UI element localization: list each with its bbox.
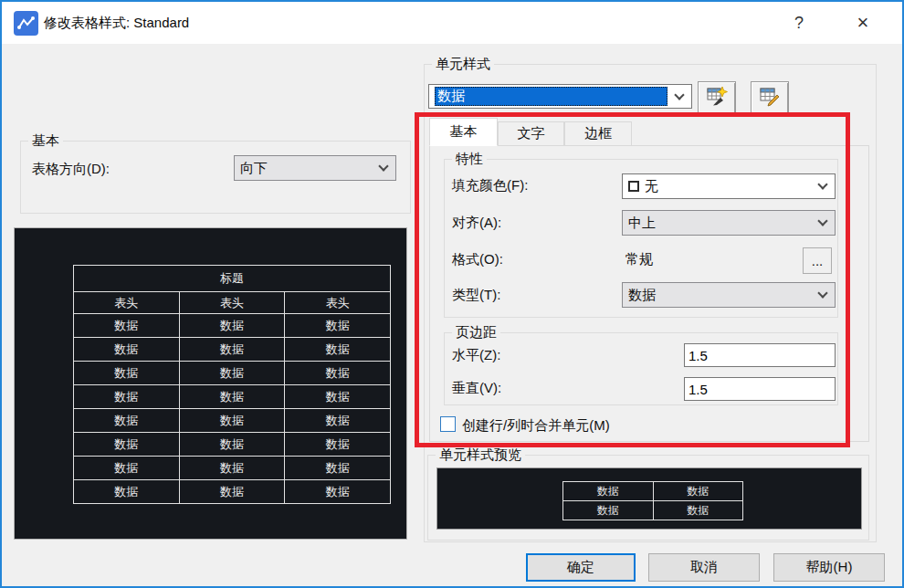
preview-data-cell: 数据 [285, 480, 391, 504]
preview-data-cell: 数据 [285, 338, 391, 362]
vertical-margin-input[interactable] [684, 377, 836, 401]
ok-button[interactable]: 确定 [526, 553, 636, 582]
cancel-button[interactable]: 取消 [648, 553, 760, 582]
title-bar: 修改表格样式: Standard ? × [2, 2, 902, 44]
basic-group: 基本 表格方向(D): 向下 [20, 141, 411, 214]
preview-data-cell: 数据 [179, 314, 285, 338]
chevron-down-icon [817, 288, 827, 298]
alignment-label: 对齐(A): [452, 215, 501, 232]
format-label: 格式(O): [452, 251, 503, 268]
manage-cell-styles-button[interactable] [751, 81, 789, 115]
preview-header-cell: 表头 [179, 292, 285, 314]
preview-data-cell: 数据 [179, 362, 285, 385]
preview-data-cell: 数据 [74, 409, 180, 433]
chevron-down-icon [378, 161, 388, 171]
preview-data-cell: 数据 [285, 385, 391, 409]
table-direction-label: 表格方向(D): [32, 161, 110, 178]
tab-text-label: 文字 [518, 125, 545, 142]
preview-data-cell: 数据 [74, 314, 180, 338]
preview-data-cell: 数据 [179, 409, 285, 433]
fill-color-label: 填充颜色(F): [452, 177, 528, 194]
app-icon [14, 11, 38, 36]
tab-border[interactable]: 边框 [564, 121, 632, 146]
preview-data-cell: 数据 [74, 338, 180, 362]
chevron-down-icon [817, 179, 827, 189]
preview-cell: 数据 [563, 501, 654, 520]
type-value: 数据 [628, 287, 656, 304]
preview-header-cell: 表头 [285, 292, 391, 314]
properties-group: 特性 填充颜色(F): 无 对齐(A): 中上 格式(O): 常规 ... 类型… [444, 159, 838, 318]
preview-data-cell: 数据 [285, 314, 391, 338]
preview-cell: 数据 [653, 482, 743, 501]
create-cell-style-button[interactable] [698, 81, 736, 115]
merge-cells-checkbox[interactable] [440, 416, 456, 432]
cell-styles-group-label: 单元样式 [432, 56, 494, 72]
cell-style-selected-value: 数据 [435, 87, 667, 106]
preview-data-cell: 数据 [74, 433, 180, 457]
merge-cells-checkbox-label: 创建行/列时合并单元(M) [462, 417, 610, 435]
cell-style-select[interactable]: 数据 [428, 84, 692, 109]
help-button[interactable]: 帮助(H) [773, 553, 885, 582]
color-swatch-none-icon [628, 181, 639, 192]
window-title: 修改表格样式: Standard [44, 15, 189, 32]
table-style-preview: 标题 表头 表头 表头 数据 数据 数据 数据 数据 数据 数据 数据 数据 [73, 265, 391, 504]
type-select[interactable]: 数据 [622, 282, 836, 308]
fill-color-value: 无 [645, 178, 658, 195]
chevron-down-icon [674, 89, 684, 100]
edit-table-style-icon [759, 86, 781, 110]
preview-data-cell: 数据 [285, 433, 391, 457]
preview-data-cell: 数据 [179, 480, 285, 504]
cell-style-preview-table: 数据 数据 数据 数据 [562, 481, 743, 520]
basic-group-label: 基本 [28, 132, 63, 149]
fill-color-select[interactable]: 无 [622, 173, 836, 199]
new-table-style-icon [706, 86, 728, 110]
margins-group: 页边距 水平(Z): 垂直(V): [444, 332, 838, 405]
preview-data-cell: 数据 [285, 409, 391, 433]
format-browse-button[interactable]: ... [803, 247, 832, 274]
type-label: 类型(T): [452, 287, 500, 304]
preview-data-cell: 数据 [179, 457, 285, 480]
preview-cell: 数据 [563, 482, 654, 501]
tab-border-label: 边框 [584, 125, 612, 142]
format-value: 常规 [625, 251, 653, 268]
preview-cell: 数据 [653, 501, 743, 520]
chevron-down-icon [817, 215, 827, 226]
cell-style-preview-group: 单元样式预览 数据 数据 数据 数据 [427, 455, 869, 541]
vertical-margin-label: 垂直(V): [452, 380, 501, 397]
preview-data-cell: 数据 [179, 385, 285, 409]
preview-data-cell: 数据 [179, 338, 285, 362]
close-button[interactable]: × [842, 2, 884, 44]
tab-basic-label: 基本 [450, 123, 478, 141]
properties-group-label: 特性 [452, 151, 487, 167]
alignment-select[interactable]: 中上 [622, 210, 836, 236]
preview-data-cell: 数据 [285, 362, 391, 385]
table-direction-value: 向下 [240, 160, 268, 177]
tab-basic[interactable]: 基本 [429, 118, 498, 146]
table-direction-select[interactable]: 向下 [234, 155, 396, 181]
modify-table-style-dialog: 修改表格样式: Standard ? × 基本 表格方向(D): 向下 标题 表… [0, 0, 904, 588]
preview-data-cell: 数据 [74, 457, 180, 480]
cell-style-preview-panel: 数据 数据 数据 数据 [436, 467, 862, 530]
preview-header-cell: 表头 [74, 292, 180, 314]
cell-style-preview-group-label: 单元样式预览 [436, 446, 525, 463]
preview-data-cell: 数据 [74, 480, 180, 504]
horizontal-margin-label: 水平(Z): [452, 347, 500, 364]
horizontal-margin-input[interactable] [684, 343, 836, 367]
margins-group-label: 页边距 [452, 324, 500, 341]
preview-data-cell: 数据 [74, 362, 180, 385]
preview-data-cell: 数据 [179, 433, 285, 457]
preview-title-cell: 标题 [74, 266, 391, 292]
help-titlebar-button[interactable]: ? [778, 2, 820, 44]
preview-data-cell: 数据 [74, 385, 180, 409]
preview-data-cell: 数据 [285, 457, 391, 480]
alignment-value: 中上 [628, 215, 656, 232]
tab-text[interactable]: 文字 [498, 121, 564, 146]
table-style-preview-panel: 标题 表头 表头 表头 数据 数据 数据 数据 数据 数据 数据 数据 数据 [14, 227, 407, 540]
